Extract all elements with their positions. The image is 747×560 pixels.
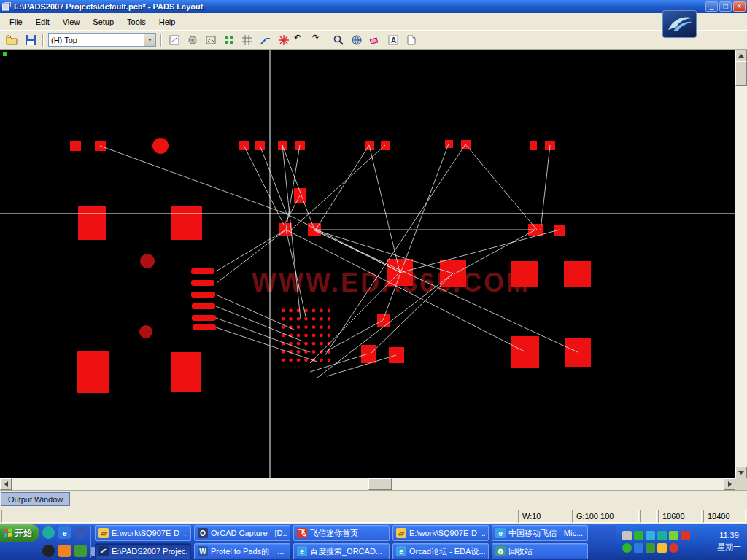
status-spacer: [640, 510, 657, 523]
menu-help[interactable]: Help: [152, 15, 182, 29]
tray-network-icon[interactable]: [634, 543, 643, 553]
undo-icon[interactable]: ↶: [293, 32, 310, 47]
horizontal-scrollbar[interactable]: [0, 478, 735, 490]
start-label: 开始: [15, 527, 32, 540]
quicklaunch-ie-icon[interactable]: e: [58, 526, 71, 539]
scroll-up-button[interactable]: [735, 50, 747, 61]
output-window-tab[interactable]: Output Window: [1, 492, 70, 506]
quick-launch-row-1: e: [42, 526, 87, 539]
tray-messenger-icon[interactable]: [646, 531, 655, 540]
autoroute-icon[interactable]: [275, 32, 292, 47]
task-button-row-2: E:\PADS2007 Projec... W Protel to Pads的一…: [95, 543, 588, 559]
scroll-right-button[interactable]: [724, 478, 735, 490]
redo-icon[interactable]: ↷: [311, 32, 328, 47]
minimize-button[interactable]: _: [705, 1, 718, 12]
zoom-icon[interactable]: [330, 32, 347, 47]
tray-media-icon[interactable]: [657, 531, 667, 540]
arrow-up-icon: [738, 51, 744, 58]
title-bar: E:\PADS2007 Projects\default.pcb* - PADS…: [0, 0, 747, 13]
menu-bar: File Edit View Setup Tools Help: [0, 13, 747, 31]
tray-antivirus-icon[interactable]: [622, 543, 632, 553]
scrollbar-corner: [735, 478, 747, 490]
arrow-down-icon: [738, 471, 744, 478]
taskbar-divider: [90, 526, 91, 558]
pads-swoosh-icon: [666, 14, 694, 34]
status-bar: W:10 G:100 100 18600 18400: [0, 509, 747, 524]
add-text-icon[interactable]: A: [384, 32, 401, 47]
ie-icon: e: [396, 546, 406, 556]
grid-icon[interactable]: [239, 32, 255, 47]
task-button-fetion-ie[interactable]: e 中国移动飞信 - Mic...: [492, 525, 588, 541]
quicklaunch-browser-icon[interactable]: [58, 545, 71, 557]
taskbar-clock: 11:39 星期一: [717, 524, 747, 560]
scroll-down-button[interactable]: [735, 467, 747, 478]
tray-update-icon[interactable]: [646, 543, 655, 553]
layer-select[interactable]: (H) Top ▼: [48, 33, 156, 47]
tray-download-icon[interactable]: [669, 543, 678, 553]
task-button-fetion-page[interactable]: 飞 飞信迷你首页: [293, 525, 390, 541]
input-method-icon[interactable]: [622, 531, 632, 540]
save-icon[interactable]: [22, 32, 39, 47]
pcb-board-drawing[interactable]: WWW.EDA365.COM: [0, 50, 735, 478]
toolbar-separator: [42, 34, 44, 47]
clock-day: 星期一: [717, 542, 741, 553]
delete-icon[interactable]: [366, 32, 383, 47]
tray-row-2: [622, 543, 690, 553]
fetion-icon: 飞: [297, 528, 307, 538]
ie-icon: e: [297, 546, 307, 556]
task-button-orcad-forum[interactable]: e Orcad论坛 - EDA设...: [392, 543, 489, 559]
docking-tab-row: Output Window: [0, 490, 747, 509]
board-view-icon[interactable]: [348, 32, 365, 47]
start-button[interactable]: 开始: [0, 524, 39, 542]
task-button-baidu-search[interactable]: e 百度搜索_ORCAD...: [293, 543, 390, 559]
tray-fetion-icon[interactable]: [634, 531, 643, 540]
status-x-coordinate: 18600: [658, 510, 702, 523]
chevron-down-icon[interactable]: ▼: [144, 34, 155, 46]
status-y-coordinate: 18400: [703, 510, 746, 523]
clock-time: 11:39: [719, 531, 739, 540]
quicklaunch-msn-icon[interactable]: [74, 526, 87, 539]
menu-view[interactable]: View: [56, 15, 87, 29]
app-icon: [1, 1, 12, 12]
open-file-icon[interactable]: [4, 32, 20, 47]
svg-text:A: A: [391, 36, 396, 44]
design-toolbar-icon[interactable]: [202, 32, 219, 47]
status-message-panel: [1, 510, 516, 523]
task-button-explorer-1[interactable]: ▱ E:\work\SQ907E-D_...: [95, 525, 191, 541]
arrow-left-icon: [1, 481, 8, 487]
menu-tools[interactable]: Tools: [120, 15, 152, 29]
close-button[interactable]: ×: [733, 1, 746, 12]
scroll-left-button[interactable]: [0, 478, 12, 490]
drafting-sheet-icon[interactable]: [403, 32, 419, 47]
folder-icon: ▱: [98, 528, 109, 538]
arrow-right-icon: [728, 481, 735, 487]
quicklaunch-media-icon[interactable]: [42, 526, 55, 539]
word-icon: W: [198, 546, 208, 556]
pour-manager-icon[interactable]: [220, 32, 237, 47]
status-width: W:10: [518, 510, 570, 523]
toolbar-separator: [160, 34, 162, 47]
task-button-pads-layout[interactable]: E:\PADS2007 Projec...: [95, 543, 191, 559]
eco-mode-icon[interactable]: [184, 32, 201, 47]
drafting-toolbar-icon[interactable]: [166, 32, 182, 47]
menu-edit[interactable]: Edit: [29, 15, 56, 29]
menu-file[interactable]: File: [3, 15, 29, 29]
tray-security-icon[interactable]: [669, 531, 678, 540]
quicklaunch-eco-icon[interactable]: [74, 545, 87, 557]
pcb-canvas[interactable]: WWW.EDA365.COM: [0, 50, 735, 478]
quicklaunch-qq-icon[interactable]: [42, 545, 55, 557]
menu-setup[interactable]: Setup: [86, 15, 120, 29]
vertical-scrollbar[interactable]: [735, 50, 747, 478]
vertical-scroll-thumb[interactable]: [735, 61, 747, 86]
task-button-orcad-capture[interactable]: O OrCAD Capture - [D...: [194, 525, 290, 541]
add-route-icon[interactable]: [257, 32, 274, 47]
task-button-recycle-bin[interactable]: ♻ 回收站: [492, 543, 588, 559]
horizontal-scroll-thumb[interactable]: [368, 478, 392, 490]
folder-icon: ▱: [396, 528, 406, 538]
maximize-button[interactable]: □: [719, 1, 732, 12]
task-button-word-doc[interactable]: W Protel to Pads的一...: [194, 543, 290, 559]
task-button-explorer-2[interactable]: ▱ E:\work\SQ907E-D_...: [392, 525, 489, 541]
taskbar: 开始 e ▱ E:\work\SQ907E-D_... O OrCAD Capt…: [0, 524, 747, 560]
tray-alert-icon[interactable]: [681, 531, 690, 540]
tray-volume-icon[interactable]: [657, 543, 667, 553]
